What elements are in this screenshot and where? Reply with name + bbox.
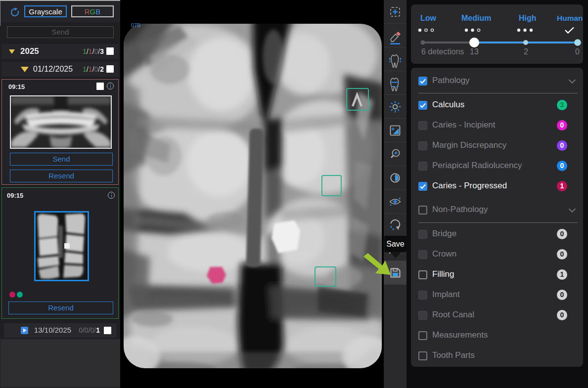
svg-text:07B: 07B	[131, 22, 141, 28]
